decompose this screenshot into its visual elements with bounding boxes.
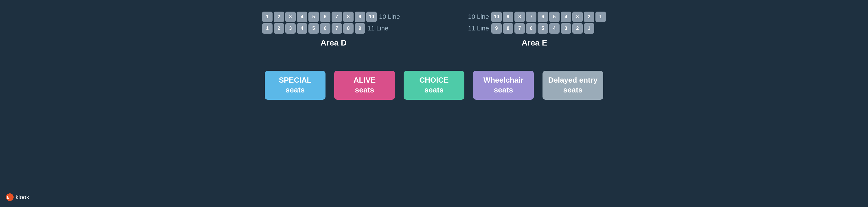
seat[interactable]: 7 xyxy=(526,11,536,22)
seat[interactable]: 6 xyxy=(526,23,536,34)
area-d-row-11: 1 2 3 4 5 6 7 8 9 11 Line xyxy=(262,23,405,34)
seat[interactable]: 4 xyxy=(561,11,571,22)
seat[interactable]: 9 xyxy=(355,23,365,34)
area-d-block: 1 2 3 4 5 6 7 8 9 10 10 Line xyxy=(262,11,405,48)
seat[interactable]: 9 xyxy=(503,11,513,22)
klook-text: klook xyxy=(16,194,29,201)
seat[interactable]: 1 xyxy=(595,11,606,22)
area-e-row-10: 10 Line 10 9 8 7 6 5 4 3 2 1 xyxy=(463,11,606,22)
seat[interactable]: 5 xyxy=(308,23,319,34)
area-e-row-10-seats: 10 9 8 7 6 5 4 3 2 1 xyxy=(491,11,606,22)
seat[interactable]: 3 xyxy=(561,23,571,34)
area-d-row-10-seats: 1 2 3 4 5 6 7 8 9 10 xyxy=(262,11,377,22)
svg-text:k: k xyxy=(7,196,9,200)
area-e-row-11: 11 Line 9 8 7 6 5 4 3 2 1 xyxy=(463,23,606,34)
area-e-row-11-seats: 9 8 7 6 5 4 3 2 1 xyxy=(491,23,594,34)
seat[interactable]: 9 xyxy=(355,11,365,22)
seat[interactable]: 7 xyxy=(332,11,342,22)
seat[interactable]: 1 xyxy=(262,11,273,22)
seat[interactable]: 6 xyxy=(320,23,331,34)
seat[interactable]: 8 xyxy=(343,23,353,34)
seat[interactable]: 6 xyxy=(320,11,331,22)
seat[interactable]: 10 xyxy=(491,11,502,22)
seat[interactable]: 2 xyxy=(274,23,284,34)
seat[interactable]: 1 xyxy=(262,23,273,34)
seat[interactable]: 6 xyxy=(537,11,548,22)
area-e-seat-rows: 10 Line 10 9 8 7 6 5 4 3 2 1 xyxy=(463,11,606,34)
seat[interactable]: 7 xyxy=(515,23,525,34)
area-d-row-11-seats: 1 2 3 4 5 6 7 8 9 xyxy=(262,23,365,34)
seat[interactable]: 5 xyxy=(549,11,560,22)
seat[interactable]: 1 xyxy=(584,23,594,34)
klook-icon: k xyxy=(6,193,14,201)
wheelchair-seats-button[interactable]: Wheelchairseats xyxy=(473,71,534,100)
seat[interactable]: 2 xyxy=(274,11,284,22)
main-container: 1 2 3 4 5 6 7 8 9 10 10 Line xyxy=(0,0,868,207)
klook-logo: k klook xyxy=(6,193,29,201)
seat[interactable]: 3 xyxy=(572,11,583,22)
legend-row: SPECIALseats ALIVEseats CHOICEseats Whee… xyxy=(265,71,603,100)
area-d-row-10-label: 10 Line xyxy=(379,13,405,21)
area-d-name: Area D xyxy=(320,38,347,48)
area-d-row-11-label: 11 Line xyxy=(368,25,394,32)
seat[interactable]: 10 xyxy=(366,11,377,22)
seat[interactable]: 3 xyxy=(285,23,296,34)
seat[interactable]: 4 xyxy=(297,11,307,22)
area-e-block: 10 Line 10 9 8 7 6 5 4 3 2 1 xyxy=(463,11,606,48)
area-e-name: Area E xyxy=(522,38,548,48)
seat[interactable]: 7 xyxy=(332,23,342,34)
seat[interactable]: 8 xyxy=(343,11,353,22)
seat[interactable]: 2 xyxy=(572,23,583,34)
seat[interactable]: 8 xyxy=(503,23,513,34)
seat[interactable]: 8 xyxy=(515,11,525,22)
area-d-row-10: 1 2 3 4 5 6 7 8 9 10 10 Line xyxy=(262,11,405,22)
area-e-row-10-label: 10 Line xyxy=(463,13,489,21)
choice-seats-button[interactable]: CHOICEseats xyxy=(404,71,464,100)
special-seats-button[interactable]: SPECIALseats xyxy=(265,71,326,100)
delayed-entry-seats-button[interactable]: Delayed entryseats xyxy=(542,71,603,100)
seat[interactable]: 5 xyxy=(537,23,548,34)
seat[interactable]: 2 xyxy=(584,11,594,22)
seat[interactable]: 5 xyxy=(308,11,319,22)
seat[interactable]: 3 xyxy=(285,11,296,22)
seat[interactable]: 4 xyxy=(297,23,307,34)
alive-seats-button[interactable]: ALIVEseats xyxy=(334,71,395,100)
areas-row: 1 2 3 4 5 6 7 8 9 10 10 Line xyxy=(262,11,606,48)
seat[interactable]: 4 xyxy=(549,23,560,34)
area-d-seat-rows: 1 2 3 4 5 6 7 8 9 10 10 Line xyxy=(262,11,405,34)
seat[interactable]: 9 xyxy=(491,23,502,34)
area-e-row-11-label: 11 Line xyxy=(463,25,489,32)
